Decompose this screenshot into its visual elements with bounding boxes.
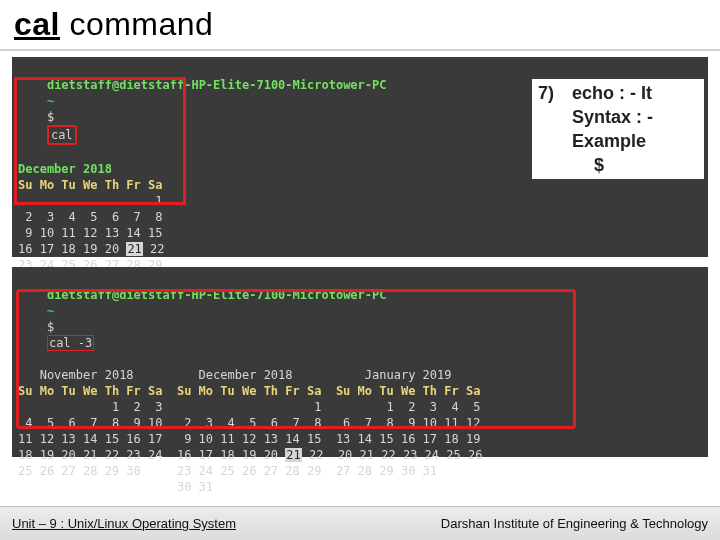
- three-month-header: November 2018 December 2018 January 2019: [18, 367, 702, 383]
- calendar3-row: 18 19 20 21 22 23 24 16 17 18 19 20 21 2…: [18, 447, 702, 463]
- calendar3-row: 11 12 13 14 15 16 17 9 10 11 12 13 14 15…: [18, 431, 702, 447]
- prompt-sigil: $: [47, 110, 54, 124]
- calendar-daynames: Su Mo Tu We Th Fr Sa: [18, 177, 702, 193]
- prompt-cwd: ~: [47, 94, 54, 108]
- ghost-line: Example: [572, 131, 646, 151]
- three-month-daynames: Su Mo Tu We Th Fr Sa Su Mo Tu We Th Fr S…: [18, 383, 702, 399]
- calendar-month-header: December 2018: [18, 161, 112, 177]
- command-text-2: cal -3: [47, 335, 94, 351]
- terminal-cal: dietstaff@dietstaff-HP-Elite-7100-Microt…: [12, 57, 708, 257]
- background-slide-text: 7)echo : - It Syntax : - Example $: [532, 79, 704, 179]
- calendar3-row: 30 31: [18, 479, 702, 495]
- calendar-row: 9 10 11 12 13 14 15: [18, 225, 702, 241]
- ghost-line: echo : - It: [572, 83, 652, 103]
- prompt-host: dietstaff-HP-Elite-7100-Microtower-PC: [119, 78, 386, 92]
- ghost-num: 7): [538, 81, 572, 105]
- today-highlight: 21: [126, 242, 142, 256]
- footer-left: Unit – 9 : Unix/Linux Operating System: [12, 516, 236, 531]
- calendar-row: 1: [18, 193, 702, 209]
- ghost-line: $: [594, 155, 604, 175]
- slide-title: cal command: [0, 0, 720, 47]
- calendar3-row: 4 5 6 7 8 9 10 2 3 4 5 6 7 8 6 7 8 9 10 …: [18, 415, 702, 431]
- command-text: cal: [51, 128, 73, 142]
- ghost-line: Syntax : -: [572, 107, 653, 127]
- calendar3-row: 1 2 3 1 1 2 3 4 5: [18, 399, 702, 415]
- title-divider: [0, 49, 720, 51]
- slide-footer: Unit – 9 : Unix/Linux Operating System D…: [0, 506, 720, 540]
- title-bold: cal: [14, 6, 60, 42]
- command-highlight: cal: [47, 125, 77, 145]
- prompt-line-2: dietstaff@dietstaff-HP-Elite-7100-Microt…: [18, 271, 702, 367]
- footer-right: Darshan Institute of Engineering & Techn…: [441, 516, 708, 531]
- calendar-row: 2 3 4 5 6 7 8: [18, 209, 702, 225]
- title-rest: command: [60, 6, 213, 42]
- today-highlight-2: 21: [285, 448, 301, 462]
- terminal-cal-3: dietstaff@dietstaff-HP-Elite-7100-Microt…: [12, 267, 708, 457]
- calendar-row: 16 17 18 19 20 21 22: [18, 241, 702, 257]
- prompt-user: dietstaff: [47, 78, 112, 92]
- calendar3-row: 25 26 27 28 29 30 23 24 25 26 27 28 29 2…: [18, 463, 702, 479]
